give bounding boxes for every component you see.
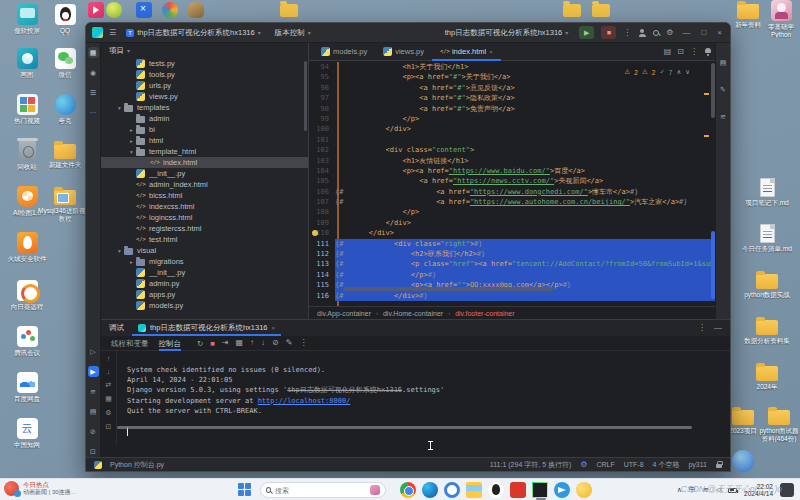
tree-item[interactable]: ▸migrations (101, 256, 308, 267)
desktop-folder-icon[interactable] (563, 4, 581, 17)
vcs-widget[interactable]: 版本控制 ▾ (271, 26, 315, 40)
problems-tool-icon[interactable]: ⊘ (88, 426, 99, 437)
tree-scrollbar[interactable] (304, 61, 307, 131)
breadcrumb-item-error[interactable]: div.footer-container (455, 310, 514, 317)
run-button[interactable]: ▶ (579, 26, 594, 39)
caret-position[interactable]: 111:1 (294 字符, 5 换行符) (490, 460, 571, 470)
tab-models-py[interactable]: models.py (313, 43, 375, 61)
notifications-bell-icon[interactable] (704, 48, 711, 56)
taskbar-search[interactable] (260, 482, 386, 498)
code-line-selected[interactable]: 112{# <h2>联系我们</h2>#} (309, 249, 717, 259)
taskbar-file-explorer-icon[interactable] (466, 482, 482, 498)
desktop-icon-security[interactable]: 火绒安全软件 (0, 232, 54, 263)
code-line[interactable]: 102 <div class="content"> (309, 145, 717, 155)
desktop-icon-remote[interactable]: 向日葵远程 (0, 280, 54, 311)
indent-style[interactable]: 4 个空格 (653, 460, 680, 470)
music-app-icon[interactable] (106, 2, 122, 18)
code-line[interactable]: 100 </div> (309, 124, 717, 134)
editor-horizontal-scrollbar[interactable] (343, 287, 553, 291)
notifications-tool-icon[interactable]: ▤ (718, 57, 729, 68)
edit-icon[interactable]: ✎ (286, 339, 293, 347)
file-encoding[interactable]: UTF-8 (624, 461, 644, 468)
clear-console-icon[interactable]: ⊡ (106, 423, 112, 431)
taskbar-pycharm-icon[interactable] (532, 482, 548, 498)
tab-options-icon[interactable]: ⋮ (690, 48, 698, 56)
search-everywhere-icon[interactable] (653, 30, 659, 36)
read-lock-icon[interactable] (716, 464, 722, 468)
console-output[interactable]: System check identified no issues (0 sil… (117, 351, 730, 445)
step-up-icon[interactable]: ↑ (250, 339, 254, 347)
plugin-gear-icon[interactable]: ⚙ (580, 461, 587, 469)
start-button[interactable] (238, 483, 252, 497)
desktop-icon-meeting[interactable]: 腾讯会议 (0, 326, 54, 357)
settings-gear-icon[interactable]: ⚙ (666, 29, 673, 37)
code-editor[interactable]: 94 <h1>关于我们</h1> 95 <p><a href="#">关于我们<… (309, 62, 717, 306)
code-line[interactable]: 98 <a href="#">免责声明</a> (309, 104, 717, 114)
ai-assistant-tool-icon[interactable]: ✎ (718, 84, 729, 95)
user-account-icon[interactable] (638, 29, 646, 37)
tab-views-py[interactable]: views.py (375, 43, 432, 61)
battery-icon[interactable] (728, 488, 737, 493)
clock[interactable]: 22:02 2024/4/14 (744, 483, 773, 498)
search-input[interactable] (275, 487, 366, 494)
tab-index-html[interactable]: </>index.html× (432, 43, 501, 61)
tree-item[interactable]: </>admin_index.html (101, 179, 308, 190)
tree-item[interactable]: </>bicss.html (101, 190, 308, 201)
threads-variables-tab[interactable]: 线程和变量 (111, 336, 149, 351)
taskbar-browser-icon[interactable] (444, 482, 460, 498)
wifi-icon[interactable]: ≋ (703, 486, 709, 494)
desktop-icon-wechat[interactable]: 微信 (38, 48, 92, 79)
notification-center-icon[interactable] (780, 483, 794, 497)
desktop-icon-folder-1[interactable]: python数据实战 (740, 270, 794, 299)
tree-item[interactable]: tools.py (101, 69, 308, 80)
code-line[interactable]: 107{# <a href="https://www.autohome.com.… (309, 197, 717, 207)
tree-item[interactable]: __init__.py (101, 267, 308, 278)
taskbar-edge-icon[interactable] (422, 482, 438, 498)
step-down-icon[interactable]: ↓ (261, 339, 265, 347)
project-tool-icon[interactable]: ▦ (88, 47, 99, 58)
tree-item[interactable]: models.py (101, 300, 308, 311)
desktop-icon-qq[interactable]: QQ (38, 4, 92, 35)
run-configuration-widget[interactable]: thp日志数据可视化分析系统hx1316 ▾ (441, 26, 573, 40)
stop-icon[interactable]: ■ (210, 339, 215, 348)
close-session-icon[interactable]: × (272, 325, 276, 331)
more-tools-icon[interactable]: ⋯ (88, 107, 99, 118)
maximize-button[interactable]: □ (699, 28, 708, 37)
code-line-selected[interactable]: 114{# </p>#} (309, 270, 717, 280)
tree-item[interactable]: urls.py (101, 80, 308, 91)
next-issue-icon[interactable]: ∨ (685, 68, 690, 76)
console-tab[interactable]: 控制台 (159, 336, 182, 351)
interpreter[interactable]: py311 (688, 461, 707, 468)
tree-item-selected[interactable]: </>index.html (101, 157, 308, 168)
code-line-selected[interactable]: 116{# </div>#} (309, 291, 717, 301)
taskbar-qq-icon[interactable] (488, 482, 504, 498)
tree-item[interactable]: ▸html (101, 135, 308, 146)
tree-item[interactable]: </>test.html (101, 234, 308, 245)
desktop-icon-folder-3[interactable]: 2024年 (740, 362, 794, 391)
structure-tool-icon[interactable]: ☰ (88, 87, 99, 98)
code-line[interactable]: 108 </p> (309, 207, 717, 217)
tray-expand-icon[interactable]: ∧ (677, 486, 682, 494)
console-settings-icon[interactable]: ⚙ (105, 409, 111, 417)
status-process-label[interactable]: Python 控制台.py (110, 460, 164, 470)
tree-item[interactable]: admin.py (101, 278, 308, 289)
toy-app-icon[interactable] (188, 2, 204, 18)
desktop-icon-folder-4[interactable]: 2023项目 (728, 406, 758, 435)
code-line[interactable]: 103 <h1>友情链接</h1> (309, 156, 717, 166)
desktop-folder-icon[interactable] (592, 4, 610, 17)
code-line[interactable]: 105 <a href="https://news.cctv.com/">央视新… (309, 176, 717, 186)
rerun-icon[interactable]: ↻ (197, 339, 203, 348)
desktop-icon-mysql-course[interactable]: Mysql346进阶视频教程 (38, 186, 92, 222)
mute-breakpoints-icon[interactable]: ⊘ (272, 339, 279, 347)
input-method-indicator[interactable]: 中 (689, 485, 696, 495)
line-separator[interactable]: CRLF (596, 461, 614, 468)
code-line[interactable]: 109 </div> (309, 218, 717, 228)
terminal-tool-icon[interactable]: ▤ (88, 406, 99, 417)
desktop-icon-md-1[interactable]: 项目笔记下.md (740, 178, 794, 207)
tree-item[interactable]: ▾visual (101, 245, 308, 256)
tree-item[interactable]: </>registercss.html (101, 223, 308, 234)
stop-button[interactable]: ■ (601, 26, 616, 39)
inspections-widget[interactable]: ⚠2 ⚠2 ✓7 ∧ ∨ (621, 67, 693, 77)
layout-icon[interactable]: ⊡ (677, 48, 684, 56)
main-menu-icon[interactable]: ☰ (109, 29, 116, 37)
